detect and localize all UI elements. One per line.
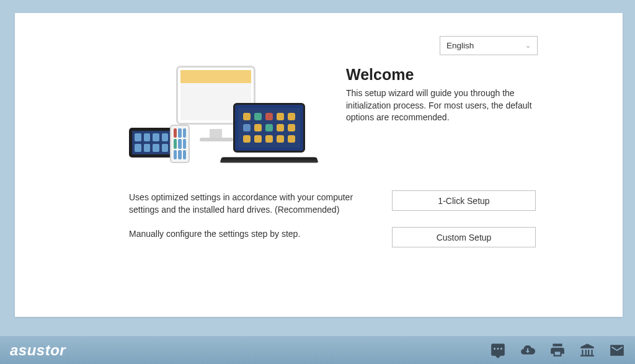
custom-option-row: Manually configure the settings step by …	[129, 227, 536, 247]
chat-icon[interactable]	[490, 342, 506, 358]
footer-bar: asustor	[0, 336, 635, 364]
language-selected-label: English	[446, 41, 474, 50]
custom-setup-button[interactable]: Custom Setup	[392, 227, 536, 247]
custom-description: Manually configure the settings step by …	[129, 227, 380, 241]
welcome-title: Welcome	[346, 66, 535, 84]
welcome-block: Welcome This setup wizard will guide you…	[346, 66, 535, 124]
mail-icon[interactable]	[609, 342, 625, 358]
print-icon[interactable]	[549, 342, 566, 358]
welcome-description: This setup wizard will guide you through…	[346, 87, 535, 124]
brand-logo: asustor	[10, 342, 66, 359]
one-click-setup-button[interactable]: 1-Click Setup	[392, 190, 536, 211]
footer-icon-group	[490, 342, 625, 358]
language-dropdown[interactable]: English ⌄	[440, 36, 538, 55]
devices-illustration	[129, 66, 315, 174]
chevron-down-icon: ⌄	[525, 42, 531, 50]
cloud-download-icon[interactable]	[520, 342, 536, 358]
setup-wizard-panel: English ⌄ Welcome This setu	[15, 13, 623, 317]
bank-icon[interactable]	[579, 342, 595, 358]
one-click-option-row: Uses optimized settings in accordance wi…	[129, 190, 536, 216]
one-click-setup-button-label: 1-Click Setup	[438, 196, 489, 206]
one-click-description: Uses optimized settings in accordance wi…	[129, 190, 380, 216]
custom-setup-button-label: Custom Setup	[437, 233, 492, 242]
